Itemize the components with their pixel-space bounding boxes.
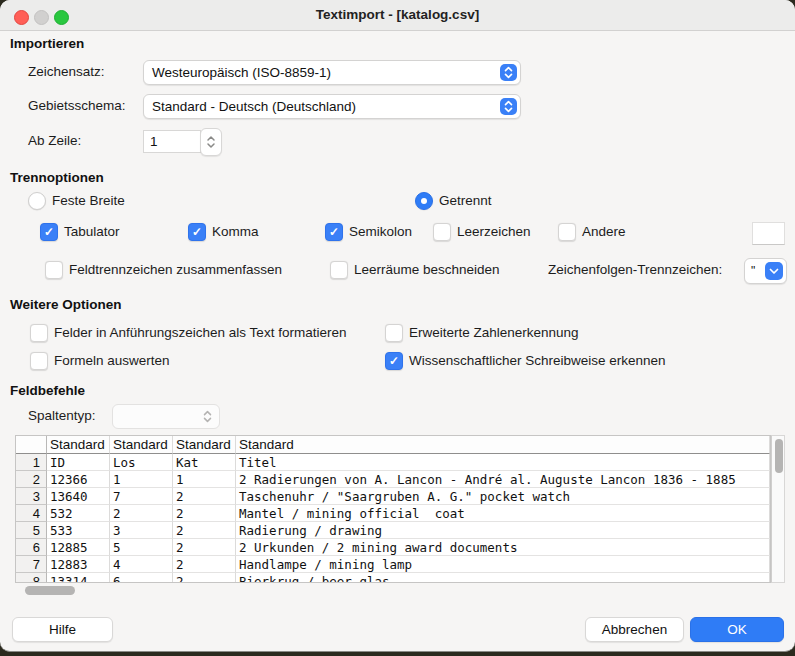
tab-checkbox[interactable]: ✓ — [40, 223, 58, 241]
tab-label[interactable]: Tabulator — [64, 224, 120, 239]
special-numbers-checkbox[interactable] — [385, 324, 403, 342]
other-separator-input[interactable] — [752, 222, 785, 245]
textimport-dialog: Textimport - [katalog.csv] Importieren Z… — [0, 0, 795, 652]
semicolon-checkbox[interactable]: ✓ — [325, 223, 343, 241]
locale-select[interactable]: Standard - Deutsch (Deutschland) — [143, 94, 521, 119]
table-row: 7 12883 4 2 Handlampe / mining lamp — [16, 556, 770, 573]
from-row-label: Ab Zeile: — [28, 133, 81, 148]
table-row: 6 12885 5 2 2 Urkunden / 2 mining award … — [16, 539, 770, 556]
window-title: Textimport - [katalog.csv] — [0, 7, 795, 22]
chevron-updown-icon — [500, 64, 517, 81]
table-row: 4 532 2 2 Mantel / mining official coat — [16, 505, 770, 522]
string-delimiter-value: " — [745, 264, 765, 278]
charset-value: Westeuropäisch (ISO-8859-1) — [144, 65, 500, 80]
table-row: 8 13314 6 2 Bierkrug / beer glas — [16, 573, 770, 583]
comma-label[interactable]: Komma — [212, 224, 259, 239]
column-header[interactable]: Standard — [47, 436, 110, 454]
table-horizontal-scrollbar[interactable] — [15, 585, 771, 597]
section-other-options-heading: Weitere Optionen — [10, 297, 122, 312]
separated-label[interactable]: Getrennt — [439, 193, 492, 208]
locale-value: Standard - Deutsch (Deutschland) — [144, 99, 500, 114]
column-type-label: Spaltentyp: — [28, 408, 96, 423]
charset-label: Zeichensatz: — [28, 64, 105, 79]
trim-spaces-checkbox[interactable] — [330, 261, 348, 279]
table-row: 1 ID Los Kat Titel — [16, 454, 770, 471]
locale-label: Gebietsschema: — [28, 98, 126, 113]
space-label[interactable]: Leerzeichen — [457, 224, 531, 239]
section-fields-heading: Feldbefehle — [10, 383, 85, 398]
section-import-heading: Importieren — [10, 36, 84, 51]
separated-radio[interactable] — [415, 192, 433, 210]
from-row-stepper[interactable] — [200, 128, 222, 156]
section-separator-heading: Trennoptionen — [10, 170, 104, 185]
quoted-as-text-checkbox[interactable] — [30, 324, 48, 342]
horizontal-scroll-thumb[interactable] — [25, 586, 75, 595]
fixed-width-radio[interactable] — [28, 192, 46, 210]
chevron-updown-icon — [500, 98, 517, 115]
string-delimiter-select[interactable]: " — [744, 258, 787, 284]
string-delimiter-label: Zeichenfolgen-Trennzeichen: — [548, 262, 722, 277]
other-checkbox[interactable] — [558, 223, 576, 241]
table-row: 5 533 3 2 Radierung / drawing — [16, 522, 770, 539]
table-header-row: Standard Standard Standard Standard — [16, 436, 770, 454]
charset-select[interactable]: Westeuropäisch (ISO-8859-1) — [143, 60, 521, 85]
other-label[interactable]: Andere — [582, 224, 626, 239]
merge-delimiters-checkbox[interactable] — [45, 261, 63, 279]
chevron-down-icon — [765, 262, 783, 280]
from-row-value: 1 — [150, 134, 158, 149]
scientific-notation-checkbox[interactable]: ✓ — [385, 352, 403, 370]
evaluate-formulas-label[interactable]: Formeln auswerten — [54, 353, 170, 368]
chevron-updown-icon — [199, 408, 216, 425]
column-header[interactable]: Standard — [173, 436, 236, 454]
scientific-notation-label[interactable]: Wissenschaftlicher Schreibweise erkennen — [409, 353, 666, 368]
column-type-select[interactable] — [112, 404, 220, 429]
column-header[interactable]: Standard — [110, 436, 173, 454]
table-row: 3 13640 7 2 Taschenuhr / "Saargruben A. … — [16, 488, 770, 505]
comma-checkbox[interactable]: ✓ — [188, 223, 206, 241]
fixed-width-label[interactable]: Feste Breite — [52, 193, 125, 208]
special-numbers-label[interactable]: Erweiterte Zahlenerkennung — [409, 325, 579, 340]
table-row: 2 12366 1 1 2 Radierungen von A. Lancon … — [16, 471, 770, 488]
trim-spaces-label[interactable]: Leerräume beschneiden — [354, 262, 500, 277]
vertical-scroll-thumb[interactable] — [775, 439, 783, 473]
semicolon-label[interactable]: Semikolon — [349, 224, 412, 239]
from-row-input[interactable]: 1 — [143, 130, 201, 153]
preview-table[interactable]: Standard Standard Standard Standard 1 ID… — [15, 435, 771, 583]
merge-delimiters-label[interactable]: Feldtrennzeichen zusammenfassen — [69, 262, 282, 277]
titlebar[interactable]: Textimport - [katalog.csv] — [0, 0, 795, 31]
help-button[interactable]: Hilfe — [12, 617, 113, 642]
column-header[interactable]: Standard — [236, 436, 770, 454]
quoted-as-text-label[interactable]: Felder in Anführungszeichen als Text for… — [54, 325, 346, 340]
ok-button[interactable]: OK — [690, 617, 784, 642]
space-checkbox[interactable] — [433, 223, 451, 241]
table-vertical-scrollbar[interactable] — [771, 435, 785, 583]
evaluate-formulas-checkbox[interactable] — [30, 352, 48, 370]
cancel-button[interactable]: Abbrechen — [585, 617, 684, 642]
